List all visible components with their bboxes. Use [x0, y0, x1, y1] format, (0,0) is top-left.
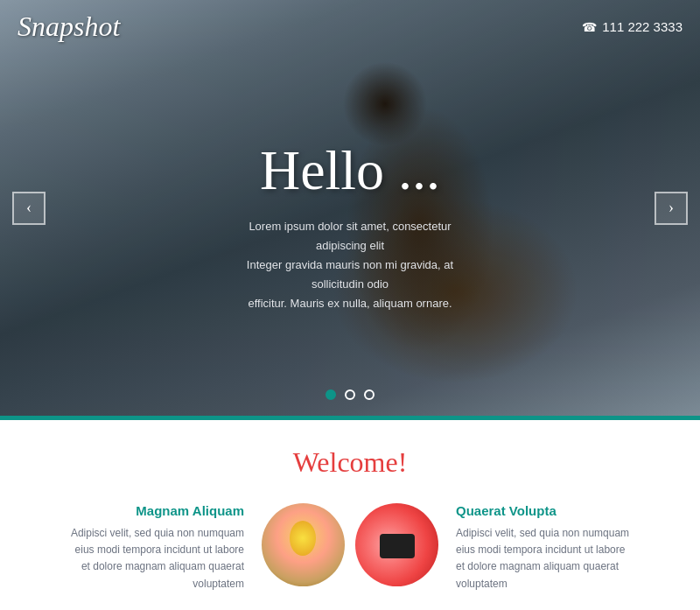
feature-left-title: Magnam Aliquam [18, 503, 244, 518]
feature-right: Quaerat Volupta Adipisci velit, sed quia… [438, 503, 682, 592]
hero-heading: Hello ... [236, 137, 464, 202]
features-row: Magnam Aliquam Adipisci velit, sed quia … [18, 503, 682, 592]
feature-right-title: Quaerat Volupta [456, 503, 682, 518]
phone-number: 111 222 3333 [602, 19, 682, 34]
lower-section: Welcome! Magnam Aliquam Adipisci velit, … [0, 420, 700, 610]
hero-subtext-1: Lorem ipsum dolor sit amet, consectetur … [248, 219, 451, 251]
feature-left: Magnam Aliquam Adipisci velit, sed quia … [18, 503, 262, 592]
center-images [262, 503, 438, 586]
welcome-title: Welcome! [18, 446, 682, 479]
hero-subtext-3: efficitur. Mauris ex nulla, aliquam orna… [248, 297, 452, 310]
slider-dots [326, 389, 374, 400]
slide-dot-1[interactable] [326, 389, 336, 400]
next-slide-button[interactable]: › [654, 192, 688, 225]
hero-text-block: Hello ... Lorem ipsum dolor sit amet, co… [236, 137, 464, 312]
phone-icon: ☎ [582, 20, 597, 34]
feature-right-desc: Adipisci velit, sed quia non numquam eiu… [456, 525, 631, 592]
phone-contact: ☎ 111 222 3333 [582, 19, 682, 34]
top-nav: Snapshot ☎ 111 222 3333 [0, 0, 700, 53]
site-logo: Snapshot [18, 11, 120, 43]
right-arrow-icon: › [668, 199, 674, 217]
prev-slide-button[interactable]: ‹ [12, 192, 46, 225]
circle-image-camera [355, 503, 438, 586]
left-arrow-icon: ‹ [26, 199, 32, 217]
feature-left-desc: Adipisci velit, sed quia non numquam eiu… [69, 525, 244, 592]
circle-image-balloon [262, 503, 345, 586]
hero-subtext: Lorem ipsum dolor sit amet, consectetur … [236, 216, 464, 312]
hero-subtext-2: Integer gravida mauris non mi gravida, a… [247, 258, 453, 291]
slide-dot-2[interactable] [345, 389, 355, 400]
hero-section: Snapshot ☎ 111 222 3333 Hello ... Lorem … [0, 0, 700, 416]
slide-dot-3[interactable] [364, 389, 374, 400]
